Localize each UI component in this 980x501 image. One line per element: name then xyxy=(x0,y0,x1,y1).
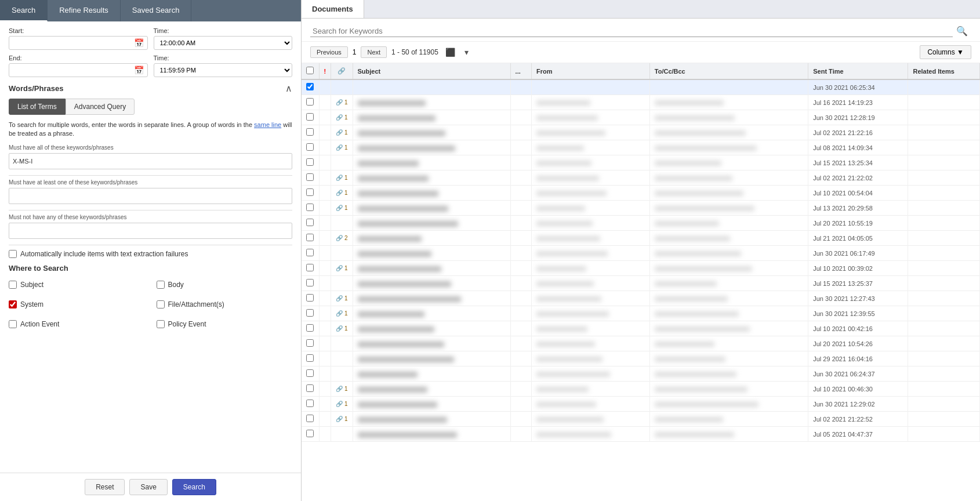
table-row[interactable]: Jul 15 2021 13:25:34 xyxy=(302,155,980,170)
must-have-input[interactable] xyxy=(9,153,292,169)
keyword-search-input[interactable] xyxy=(310,26,953,37)
row-subject[interactable] xyxy=(353,291,510,306)
table-row[interactable]: 🔗 1Jun 30 2021 12:28:19 xyxy=(302,110,980,125)
table-row[interactable]: 🔗 1Jun 30 2021 12:27:43 xyxy=(302,291,980,306)
must-one-input[interactable] xyxy=(9,188,292,204)
row-checkbox-22[interactable] xyxy=(306,415,314,422)
row-subject[interactable] xyxy=(353,366,510,382)
table-row[interactable]: 🔗 1Jul 02 2021 21:22:02 xyxy=(302,170,980,186)
table-row[interactable]: 🔗 1Jul 10 2021 00:46:30 xyxy=(302,382,980,397)
table-row[interactable]: 🔗 1Jul 08 2021 14:09:34 xyxy=(302,140,980,155)
row-checkbox-2[interactable] xyxy=(306,113,314,121)
start-date-input[interactable] xyxy=(13,39,134,46)
keyword-search-btn[interactable]: 🔍 xyxy=(953,24,971,38)
row-subject[interactable] xyxy=(353,246,510,261)
row-subject[interactable] xyxy=(353,110,510,125)
where-subject-checkbox[interactable] xyxy=(9,281,17,289)
row-checkbox-15[interactable] xyxy=(306,309,314,317)
row-subject[interactable] xyxy=(353,321,510,336)
col-senttime[interactable]: Sent Time xyxy=(808,63,908,79)
row-checkbox-6[interactable] xyxy=(306,173,314,181)
table-row[interactable]: Jul 05 2021 04:47:37 xyxy=(302,427,980,442)
row-checkbox-21[interactable] xyxy=(306,400,314,407)
row-subject[interactable] xyxy=(353,186,510,201)
row-checkbox-19[interactable] xyxy=(306,369,314,377)
tab-refine-results[interactable]: Refine Results xyxy=(48,0,121,21)
row-checkbox-9[interactable] xyxy=(306,219,314,226)
row-checkbox-11[interactable] xyxy=(306,249,314,256)
row-checkbox-10[interactable] xyxy=(306,234,314,241)
table-row[interactable]: 🔗 1Jul 02 2021 21:22:16 xyxy=(302,125,980,140)
row-checkbox-20[interactable] xyxy=(306,384,314,392)
row-checkbox-7[interactable] xyxy=(306,188,314,196)
table-row[interactable]: Jul 20 2021 10:54:26 xyxy=(302,336,980,351)
next-btn[interactable]: Next xyxy=(361,46,387,58)
row-subject[interactable] xyxy=(353,140,510,155)
row-subject[interactable] xyxy=(353,155,510,170)
row-checkbox-13[interactable] xyxy=(306,279,314,286)
row-checkbox-8[interactable] xyxy=(306,204,314,211)
where-body-checkbox[interactable] xyxy=(157,281,165,289)
export-icon-btn[interactable]: ⬛ xyxy=(443,46,458,58)
words-phrases-collapse-btn[interactable]: ∧ xyxy=(285,83,292,94)
end-date-input[interactable] xyxy=(13,67,134,74)
where-action-checkbox[interactable] xyxy=(9,320,17,328)
row-subject[interactable] xyxy=(353,382,510,397)
must-not-input[interactable] xyxy=(9,223,292,239)
row-subject[interactable] xyxy=(353,231,510,246)
end-date-calendar-icon[interactable]: 📅 xyxy=(134,66,144,75)
select-all-checkbox[interactable] xyxy=(306,67,314,74)
col-related[interactable]: Related Items xyxy=(908,63,980,79)
dropdown-icon-btn[interactable]: ▾ xyxy=(462,46,471,58)
query-tab-advanced[interactable]: Advanced Query xyxy=(66,99,135,115)
end-time-select[interactable]: 11:59:59 PM xyxy=(154,63,293,77)
reset-button[interactable]: Reset xyxy=(85,479,125,495)
row-subject[interactable] xyxy=(353,397,510,412)
start-date-calendar-icon[interactable]: 📅 xyxy=(134,38,144,48)
row-subject[interactable] xyxy=(353,201,510,216)
col-subject[interactable]: Subject xyxy=(353,63,510,79)
row-checkbox-0[interactable] xyxy=(306,83,314,90)
query-tab-list[interactable]: List of Terms xyxy=(9,99,66,115)
row-subject[interactable] xyxy=(353,276,510,291)
col-from[interactable]: From xyxy=(532,63,650,79)
row-subject[interactable] xyxy=(353,412,510,427)
table-row[interactable]: Jun 30 2021 06:24:37 xyxy=(302,366,980,382)
row-checkbox-17[interactable] xyxy=(306,339,314,347)
start-time-select[interactable]: 12:00:00 AM xyxy=(154,36,293,50)
row-subject[interactable] xyxy=(353,427,510,442)
documents-tab[interactable]: Documents xyxy=(302,0,364,18)
row-checkbox-3[interactable] xyxy=(306,128,314,136)
row-checkbox-14[interactable] xyxy=(306,294,314,302)
table-row[interactable]: 🔗 1Jul 10 2021 00:54:04 xyxy=(302,186,980,201)
previous-btn[interactable]: Previous xyxy=(310,46,348,58)
where-system-checkbox[interactable] xyxy=(9,300,17,308)
table-row[interactable]: Jun 30 2021 06:25:34 xyxy=(302,79,980,95)
search-button[interactable]: Search xyxy=(172,479,216,495)
save-button[interactable]: Save xyxy=(129,479,167,495)
row-subject[interactable] xyxy=(353,336,510,351)
table-row[interactable]: 🔗 1Jun 30 2021 12:29:02 xyxy=(302,397,980,412)
table-row[interactable]: 🔗 2Jul 21 2021 04:05:05 xyxy=(302,231,980,246)
row-subject[interactable] xyxy=(353,261,510,276)
row-subject[interactable] xyxy=(353,79,510,95)
row-subject[interactable] xyxy=(353,170,510,186)
row-checkbox-1[interactable] xyxy=(306,98,314,106)
table-row[interactable]: Jul 20 2021 10:55:19 xyxy=(302,216,980,231)
tab-search[interactable]: Search xyxy=(0,0,48,21)
where-file-checkbox[interactable] xyxy=(157,300,165,308)
row-checkbox-4[interactable] xyxy=(306,143,314,151)
table-row[interactable]: 🔗 1Jul 02 2021 21:22:52 xyxy=(302,412,980,427)
row-subject[interactable] xyxy=(353,351,510,366)
table-row[interactable]: 🔗 1Jun 30 2021 12:39:55 xyxy=(302,306,980,321)
table-row[interactable]: Jun 30 2021 06:17:49 xyxy=(302,246,980,261)
table-row[interactable]: Jul 29 2021 16:04:16 xyxy=(302,351,980,366)
row-checkbox-18[interactable] xyxy=(306,354,314,362)
columns-btn[interactable]: Columns ▼ xyxy=(920,45,971,59)
row-checkbox-12[interactable] xyxy=(306,264,314,271)
table-row[interactable]: 🔗 1Jul 10 2021 00:42:16 xyxy=(302,321,980,336)
row-subject[interactable] xyxy=(353,125,510,140)
table-row[interactable]: 🔗 1Jul 16 2021 14:19:23 xyxy=(302,95,980,110)
table-row[interactable]: Jul 15 2021 13:25:37 xyxy=(302,276,980,291)
row-checkbox-5[interactable] xyxy=(306,158,314,166)
